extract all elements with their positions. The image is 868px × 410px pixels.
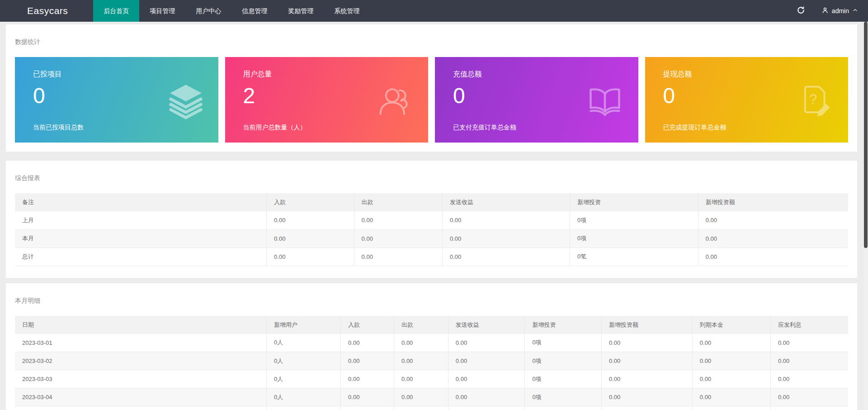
detail-table-container: 日期新增用户入款出款发送收益新增投资新增投资额到期本金应发利息2023-03-0…	[15, 316, 848, 410]
users-icon	[376, 82, 414, 122]
stat-card-title: 用户总量	[243, 70, 429, 79]
detail-table-cell: 0项	[525, 334, 602, 352]
detail-table-cell: 2023-03-05	[15, 406, 267, 410]
detail-table-cell: 0.00	[341, 406, 394, 410]
detail-table-cell: 2023-03-04	[15, 388, 267, 406]
stat-card-desc: 已支付充值订单总金额	[453, 124, 516, 132]
detail-table-cell: 0.00	[448, 352, 525, 370]
book-icon	[586, 82, 624, 122]
detail-table-cell: 2023-03-01	[15, 334, 267, 352]
stat-card-4: 提现总额0已完成提现订单总金额?	[645, 57, 849, 143]
detail-table-cell: 0.00	[341, 388, 394, 406]
detail-table-column-header: 出款	[394, 316, 448, 334]
summary-table-cell: 0.00	[267, 211, 354, 229]
detail-table-cell: 0.00	[394, 406, 448, 410]
scrollbar	[863, 22, 868, 410]
refresh-button[interactable]	[788, 0, 814, 22]
detail-table-cell: 0.00	[692, 388, 770, 406]
detail-table-column-header: 日期	[15, 316, 267, 334]
stats-panel: 数据统计 已投项目0当前已投项目总数用户总量2当前用户总数量（人）充值总额0已支…	[6, 24, 857, 152]
detail-table-cell: 0.00	[448, 334, 525, 352]
summary-section-title: 综合报表	[15, 161, 848, 193]
summary-table-row: 上月0.000.000.000项0.00	[15, 211, 848, 229]
detail-table-row: 2023-03-020人0.000.000.000项0.000.000.00	[15, 352, 848, 370]
nav-item-2[interactable]: 项目管理	[139, 0, 185, 22]
scrollbar-thumb[interactable]	[864, 22, 868, 248]
detail-table-cell: 2023-03-03	[15, 370, 267, 388]
detail-table-cell: 0项	[525, 370, 602, 388]
summary-table-cell: 0.00	[442, 229, 570, 248]
detail-table-row: 2023-03-050人0.000.000.000项0.000.000.00	[15, 406, 848, 410]
summary-table-cell: 0.00	[698, 229, 848, 248]
detail-section-title: 本月明细	[15, 283, 848, 316]
stats-section-title: 数据统计	[15, 24, 848, 57]
detail-table-cell: 0.00	[394, 334, 448, 352]
detail-table-cell: 0项	[525, 352, 602, 370]
detail-table-cell: 0.00	[601, 370, 692, 388]
nav-item-1[interactable]: 后台首页	[93, 0, 139, 22]
detail-table-row: 2023-03-010人0.000.000.000项0.000.000.00	[15, 334, 848, 352]
summary-table-column-header: 新增投资	[570, 193, 698, 211]
summary-table-cell: 总计	[15, 248, 267, 266]
detail-table-column-header: 新增投资额	[601, 316, 692, 334]
detail-table-cell: 0.00	[771, 352, 848, 370]
nav-item-6[interactable]: 系统管理	[324, 0, 370, 22]
detail-table-cell: 0.00	[692, 406, 770, 410]
stat-card-desc: 当前已投项目总数	[33, 124, 84, 132]
detail-table-cell: 0.00	[394, 388, 448, 406]
detail-table-cell: 0.00	[771, 334, 848, 352]
detail-table: 日期新增用户入款出款发送收益新增投资新增投资额到期本金应发利息2023-03-0…	[15, 316, 848, 410]
nav-item-3[interactable]: 用户中心	[185, 0, 231, 22]
user-icon	[821, 7, 829, 15]
detail-table-cell: 0.00	[601, 406, 692, 410]
detail-table-cell: 0人	[267, 406, 341, 410]
detail-table-column-header: 新增投资	[525, 316, 602, 334]
summary-table-cell: 0.00	[442, 211, 570, 229]
detail-table-cell: 0.00	[394, 370, 448, 388]
stat-cards: 已投项目0当前已投项目总数用户总量2当前用户总数量（人）充值总额0已支付充值订单…	[15, 57, 848, 152]
stat-card-title: 提现总额	[663, 70, 849, 79]
detail-table-cell: 0.00	[341, 370, 394, 388]
user-menu[interactable]: admin	[814, 0, 868, 22]
detail-table-cell: 0.00	[448, 370, 525, 388]
summary-report-panel: 综合报表 备注入款出款发送收益新增投资新增投资额上月0.000.000.000项…	[6, 161, 857, 278]
detail-table-cell: 0.00	[448, 388, 525, 406]
detail-table-column-header: 到期本金	[692, 316, 770, 334]
month-detail-panel: 本月明细 日期新增用户入款出款发送收益新增投资新增投资额到期本金应发利息2023…	[6, 283, 857, 410]
summary-table-cell: 0项	[570, 211, 698, 229]
summary-table-row: 本月0.000.000.000项0.00	[15, 229, 848, 248]
nav-right: admin	[788, 0, 868, 22]
summary-table-cell: 0.00	[354, 229, 442, 248]
user-name: admin	[832, 7, 849, 14]
detail-table-cell: 0人	[267, 334, 341, 352]
brand-logo[interactable]: Easycars	[27, 0, 68, 22]
detail-table-row: 2023-03-030人0.000.000.000项0.000.000.00	[15, 370, 848, 388]
nav-menu: 后台首页项目管理用户中心信息管理奖励管理系统管理	[93, 0, 370, 22]
detail-table-cell: 0.00	[692, 370, 770, 388]
summary-table-column-header: 入款	[267, 193, 354, 211]
summary-table-column-header: 新增投资额	[698, 193, 848, 211]
nav-item-4[interactable]: 信息管理	[231, 0, 278, 22]
detail-table-column-header: 应发利息	[771, 316, 848, 334]
summary-table-column-header: 备注	[15, 193, 267, 211]
stat-card-3: 充值总额0已支付充值订单总金额	[435, 57, 638, 143]
detail-table-cell: 2023-03-02	[15, 352, 267, 370]
detail-table-cell: 0人	[267, 388, 341, 406]
stat-card-2: 用户总量2当前用户总数量（人）	[225, 57, 429, 143]
stat-card-desc: 已完成提现订单总金额	[663, 124, 726, 132]
summary-table-cell: 上月	[15, 211, 267, 229]
summary-table-cell: 0.00	[354, 248, 442, 266]
nav-item-5[interactable]: 奖励管理	[278, 0, 324, 22]
summary-table-cell: 0笔	[570, 248, 698, 266]
detail-table-cell: 0人	[267, 370, 341, 388]
summary-table-cell: 0.00	[698, 211, 848, 229]
detail-table-cell: 0.00	[601, 334, 692, 352]
summary-table-cell: 0.00	[698, 248, 848, 266]
detail-table-column-header: 入款	[341, 316, 394, 334]
detail-table-cell: 0.00	[692, 334, 770, 352]
detail-table-cell: 0.00	[601, 388, 692, 406]
layers-icon	[168, 83, 204, 121]
summary-table-column-header: 出款	[354, 193, 442, 211]
detail-table-column-header: 新增用户	[267, 316, 341, 334]
summary-table: 备注入款出款发送收益新增投资新增投资额上月0.000.000.000项0.00本…	[15, 193, 848, 266]
